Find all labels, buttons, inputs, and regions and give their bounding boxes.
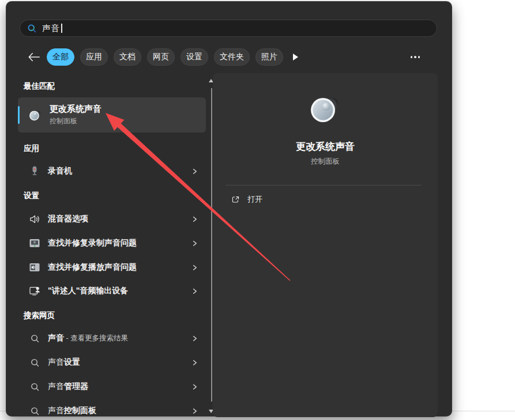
result-subtitle: 控制面板 (50, 116, 102, 126)
chevron-right-icon (191, 359, 198, 366)
result-change-system-sounds[interactable]: 更改系统声音 控制面板 (18, 97, 206, 133)
web-search-sound-manager[interactable]: 声音管理器 (18, 374, 205, 399)
preview-panel: 更改系统声音 控制面板 打开 (213, 73, 438, 417)
chevron-right-icon (191, 168, 198, 175)
open-external-icon (231, 195, 240, 204)
result-narrator-audio-output[interactable]: "讲述人"音频输出设备 (18, 279, 205, 303)
preview-subtitle: 控制面板 (213, 157, 438, 167)
troubleshoot-playback-icon (28, 262, 41, 273)
preview-title: 更改系统声音 (213, 140, 438, 153)
chevron-right-icon (191, 383, 198, 391)
result-fix-playback-problems[interactable]: 查找并修复播放声音问题 (18, 255, 205, 279)
chevron-right-icon (191, 407, 198, 415)
section-header-apps: 应用 (24, 143, 39, 154)
result-voice-recorder[interactable]: 录音机 (18, 159, 205, 183)
divider (225, 185, 422, 186)
open-action[interactable]: 打开 (227, 191, 423, 208)
section-header-best-match: 最佳匹配 (24, 81, 55, 92)
troubleshoot-recording-icon (28, 237, 41, 249)
chevron-right-icon (191, 240, 198, 247)
web-search-sound-control-panel[interactable]: 声音控制面板 (18, 399, 205, 420)
web-search-icon (28, 358, 41, 368)
speaker-icon (28, 108, 42, 122)
web-search-icon (28, 382, 41, 392)
chevron-right-icon (191, 264, 198, 271)
section-header-search-web: 搜索网页 (24, 311, 55, 321)
web-search-see-more-results[interactable]: 声音 - 查看更多搜索结果 (18, 326, 205, 350)
scrollbar-thumb[interactable] (211, 88, 212, 402)
result-title: 更改系统声音 (50, 104, 102, 115)
chevron-right-icon (191, 215, 198, 223)
chevron-right-icon (191, 335, 198, 342)
result-mixer-options[interactable]: 混音器选项 (18, 207, 205, 231)
chevron-right-icon (191, 287, 198, 295)
volume-mixer-icon (28, 213, 41, 225)
result-fix-recording-problems[interactable]: 查找并修复录制声音问题 (18, 231, 205, 255)
voice-recorder-icon (28, 165, 41, 177)
web-search-sound-settings[interactable]: 声音设置 (18, 350, 205, 374)
windows-search-flyout: 声音 全部 应用 文档 网页 设置 文件夹 照片 (6, 1, 452, 417)
web-search-icon (28, 406, 41, 416)
section-header-settings: 设置 (24, 191, 39, 201)
narrator-icon (28, 285, 41, 297)
open-label: 打开 (247, 194, 262, 205)
selection-accent-bar (18, 106, 20, 124)
speaker-icon-large (308, 92, 343, 126)
web-search-icon (28, 334, 41, 343)
